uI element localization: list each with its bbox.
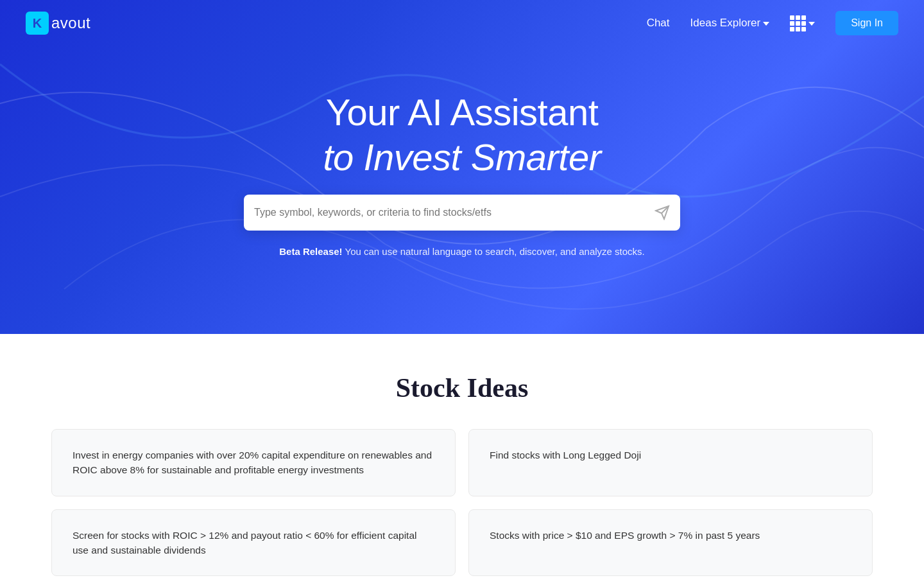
search-input[interactable] [254,207,654,218]
nav-grid-menu[interactable] [790,15,815,31]
beta-release-text: Beta Release! You can use natural langua… [279,246,645,257]
sign-in-button[interactable]: Sign In [835,11,898,35]
logo-icon: K [26,12,49,35]
stock-ideas-title: Stock Ideas [51,372,873,403]
hero-title-line2: to Invest Smarter [323,136,601,178]
idea-card-1[interactable]: Invest in energy companies with over 20%… [51,429,456,496]
beta-bold-label: Beta Release! [279,246,342,257]
beta-description: You can use natural language to search, … [343,246,645,257]
main-nav: Chat Ideas Explorer Sign In [647,11,898,35]
nav-ideas-explorer-label: Ideas Explorer [690,17,761,30]
send-icon [654,205,670,220]
header: K avout Chat Ideas Explorer Sign In [0,0,924,46]
nav-ideas-explorer-dropdown[interactable]: Ideas Explorer [690,17,770,30]
chevron-down-icon [763,22,769,26]
idea-card-4[interactable]: Stocks with price > $10 and EPS growth >… [468,509,873,577]
hero-content: Your AI Assistant to Invest Smarter Beta… [244,90,680,257]
hero-section: Your AI Assistant to Invest Smarter Beta… [0,0,924,334]
search-submit-button[interactable] [654,205,670,220]
idea-card-3[interactable]: Screen for stocks with ROIC > 12% and pa… [51,509,456,577]
logo-text: avout [51,14,90,32]
grid-chevron-icon [809,22,815,26]
ideas-grid: Invest in energy companies with over 20%… [51,429,873,576]
stock-ideas-section: Stock Ideas Invest in energy companies w… [0,334,924,578]
hero-title: Your AI Assistant to Invest Smarter [323,90,601,179]
logo-link[interactable]: K avout [26,12,90,35]
grid-icon[interactable] [790,15,806,31]
hero-title-line1: Your AI Assistant [326,91,599,133]
idea-card-2[interactable]: Find stocks with Long Legged Doji [468,429,873,496]
search-bar [244,195,680,231]
nav-chat-link[interactable]: Chat [647,17,670,30]
